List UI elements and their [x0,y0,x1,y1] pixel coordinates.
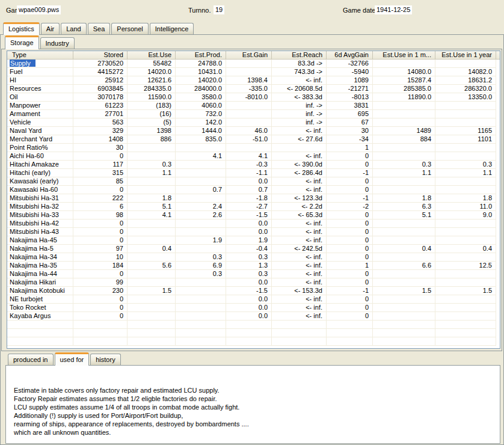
column-header-est-gain[interactable]: Est.Gain [226,51,272,59]
table-cell[interactable]: 0.0 [226,177,272,186]
table-cell[interactable]: 1.9 [176,236,226,245]
table-cell[interactable]: Hitachi (early) [7,169,73,177]
table-cell[interactable]: 14020.0 [176,76,226,85]
table-cell[interactable]: Aichi Ha-60 [7,152,73,161]
table-cell[interactable]: 14082.0 [435,68,496,76]
table-cell[interactable]: 25912 [73,76,128,85]
table-cell[interactable] [272,144,327,152]
table-cell[interactable]: 1.5 [373,287,435,295]
table-cell[interactable]: 0.0 [226,304,272,312]
table-cell[interactable]: 230 [73,287,128,295]
table-row[interactable]: Nakajima Kotobuki2301.5-1.5<- 153.3d-11.… [7,287,500,295]
table-cell[interactable] [435,278,496,287]
table-cell[interactable]: -0.3 [226,161,272,169]
table-cell[interactable]: 0 [327,312,373,321]
table-row[interactable]: Hitachi (early)3151.1-1.1<- 286.4d-11.11… [7,169,500,177]
table-cell[interactable]: 285385.0 [373,85,435,93]
table-cell[interactable]: 1.5 [128,287,176,295]
table-cell[interactable] [435,219,496,228]
table-cell[interactable]: 1 [327,144,373,152]
table-cell[interactable]: 55482 [128,60,176,68]
tab-history[interactable]: history [90,354,120,365]
table-cell[interactable] [373,312,435,321]
table-cell[interactable] [176,177,226,186]
table-cell[interactable]: 6.6 [373,262,435,270]
table-cell[interactable]: 1.1 [373,169,435,177]
table-cell[interactable] [176,161,226,169]
tab-used-for[interactable]: used for [55,352,90,366]
table-cell[interactable]: <- 20608.5d [272,85,327,93]
table-cell[interactable] [176,144,226,152]
table-cell[interactable]: 3831 [327,102,373,110]
table-cell[interactable]: 12621.6 [128,76,176,85]
tab-sea[interactable]: Sea [88,23,111,34]
table-cell[interactable]: 1165 [435,127,496,135]
table-cell[interactable]: <- 2.2d [272,203,327,211]
table-cell[interactable]: Resources [7,85,73,93]
table-cell[interactable]: 5.1 [128,203,176,211]
table-cell[interactable]: 1101 [435,135,496,144]
table-cell[interactable]: <- 242.5d [272,245,327,253]
table-cell[interactable]: -1.5 [226,211,272,219]
table-cell[interactable]: 0 [73,304,128,312]
table-cell[interactable] [226,144,272,152]
table-cell[interactable] [435,152,496,161]
table-cell[interactable]: 732.0 [176,110,226,118]
table-cell[interactable]: 0 [327,219,373,228]
table-cell[interactable] [128,304,176,312]
tab-personel[interactable]: Personel [111,23,148,34]
table-cell[interactable]: 30 [73,144,128,152]
table-cell[interactable]: 0.0 [226,219,272,228]
table-cell[interactable]: 286320.0 [435,85,496,93]
tab-land[interactable]: Land [61,23,86,34]
table-cell[interactable] [373,304,435,312]
column-header-est-reach[interactable]: Est.Reach [272,51,327,59]
table-cell[interactable] [128,186,176,194]
table-cell[interactable]: 0.4 [128,245,176,253]
table-cell[interactable]: -0.4 [226,245,272,253]
table-cell[interactable]: 98 [73,211,128,219]
table-cell[interactable]: -335.0 [226,85,272,93]
table-cell[interactable] [226,118,272,127]
column-header-type[interactable]: Type [7,51,73,59]
table-cell[interactable]: 0.3 [176,253,226,262]
table-cell[interactable]: <- inf. [272,253,327,262]
table-cell[interactable]: 0 [327,304,373,312]
table-cell[interactable]: 142.0 [176,118,226,127]
table-cell[interactable] [128,177,176,186]
table-cell[interactable] [373,270,435,278]
table-cell[interactable]: Nakajima Ha-45 [7,236,73,245]
table-cell[interactable] [176,169,226,177]
table-cell[interactable] [435,177,496,186]
table-cell[interactable]: 11890.0 [373,93,435,102]
column-header-est-prod[interactable]: Est.Prod. [176,51,226,59]
table-cell[interactable]: 0.3 [226,270,272,278]
table-cell[interactable]: Nakajima Ha-35 [7,262,73,270]
table-cell[interactable]: 0 [73,312,128,321]
table-cell[interactable]: 0 [327,270,373,278]
table-cell[interactable] [128,253,176,262]
table-row[interactable]: HI2591212621.614020.01398.4<- inf.108915… [7,76,500,85]
table-cell[interactable]: 13350.0 [435,93,496,102]
table-cell[interactable] [176,304,226,312]
table-cell[interactable]: <- inf. [272,186,327,194]
table-cell[interactable]: 0 [327,186,373,194]
table-cell[interactable]: 0 [327,177,373,186]
table-cell[interactable]: 6.9 [176,262,226,270]
table-cell[interactable]: 4415272 [73,68,128,76]
table-cell[interactable]: Merchant Yard [7,135,73,144]
table-row[interactable]: Mitsubishi Ha-312221.8-1.8<- 123.3d-11.8… [7,194,500,203]
table-cell[interactable] [128,228,176,236]
table-cell[interactable] [176,295,226,304]
table-cell[interactable]: 0 [327,236,373,245]
table-cell[interactable]: 222 [73,194,128,203]
table-cell[interactable]: -34 [327,135,373,144]
table-cell[interactable]: Nakajima Ha-5 [7,245,73,253]
table-cell[interactable]: 9.0 [435,211,496,219]
table-cell[interactable] [176,245,226,253]
table-cell[interactable]: 1.8 [128,194,176,203]
table-cell[interactable]: 1.3 [226,262,272,270]
table-cell[interactable] [128,236,176,245]
table-cell[interactable]: inf. -> [272,102,327,110]
table-cell[interactable]: Hitachi Amakaze [7,161,73,169]
